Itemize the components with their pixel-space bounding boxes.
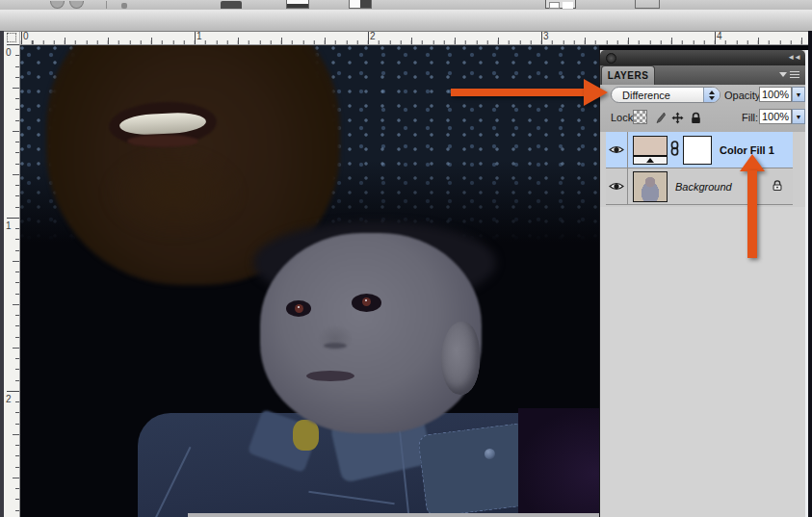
baby-left-eye	[286, 300, 311, 317]
lock-transparency-icon[interactable]	[633, 110, 647, 124]
blend-mode-value: Difference	[622, 90, 670, 101]
opacity-field[interactable]: 100%	[759, 87, 792, 102]
jacket-button	[485, 449, 495, 459]
annotation-arrow-head	[584, 79, 608, 106]
panel-tab-row: LAYERS	[600, 65, 805, 86]
layer-name: Background	[675, 181, 732, 193]
fill-field[interactable]: 100%	[759, 109, 792, 124]
blend-mode-stepper-icon[interactable]	[703, 88, 720, 102]
horizontal-ruler[interactable]: 0 1 2 3 4	[0, 31, 812, 45]
toolbar-fragment-icon	[69, 1, 84, 9]
layer-controls: Difference Opacity: 100% ▼ Lock: Fill:	[600, 85, 805, 133]
opacity-label: Opacity:	[724, 90, 763, 101]
ruler-number: 1	[6, 220, 12, 231]
layers-panel: ◄◄ LAYERS Difference Opacity: 100% ▼ Loc…	[599, 50, 808, 517]
toolbar-fragment-icon	[50, 1, 65, 9]
toolbar-fragment-icon	[545, 0, 576, 9]
baby-right-eye	[352, 294, 381, 312]
panel-menu-icon[interactable]	[779, 71, 799, 78]
window-right-edge	[808, 31, 812, 517]
visibility-toggle[interactable]	[606, 132, 628, 168]
baby-ear	[441, 322, 480, 395]
vertical-ruler[interactable]: 0 1 2	[4, 44, 20, 517]
color-fill-thumbnail[interactable]	[633, 136, 668, 165]
eye-icon	[609, 144, 624, 155]
lock-all-padlock-icon[interactable]	[690, 111, 702, 123]
eye-icon	[609, 181, 624, 192]
toolbar-separator	[106, 1, 107, 9]
mask-link-icon[interactable]	[670, 141, 679, 160]
collapse-panel-icon[interactable]: ◄◄	[787, 53, 800, 62]
baby-mouth	[306, 371, 354, 381]
layer-list: Color Fill 1 Background	[600, 132, 805, 208]
layer-locked-icon	[772, 178, 783, 195]
toolbar-fragment-icon	[221, 1, 242, 9]
ruler-number: 3	[543, 31, 549, 41]
blend-mode-dropdown[interactable]: Difference	[611, 87, 720, 103]
window-bottom-edge	[188, 513, 612, 517]
annotation-arrow-blend-mode	[451, 89, 585, 96]
toolbar-fragment-icon	[121, 3, 127, 9]
layer-row-background[interactable]: Background	[606, 168, 793, 205]
dropdown-arrow-icon: ▼	[796, 114, 802, 120]
panel-drag-bar[interactable]: ◄◄	[600, 50, 805, 66]
annotation-arrow-color-fill-layer	[747, 170, 757, 258]
panel-empty-area	[600, 207, 805, 517]
visibility-toggle[interactable]	[606, 168, 628, 204]
ruler-number: 0	[23, 31, 29, 41]
ruler-number: 2	[6, 394, 12, 404]
ruler-number: 1	[196, 31, 202, 41]
ruler-number: 0	[6, 47, 12, 58]
toolbar-fragment-icon	[286, 0, 309, 9]
opacity-dropdown-button[interactable]: ▼	[792, 87, 805, 102]
yellow-shirt	[293, 420, 319, 451]
ruler-number: 4	[717, 31, 722, 41]
layer-mask-thumbnail[interactable]	[683, 136, 712, 165]
annotation-arrow-head	[740, 154, 765, 171]
toolbar-fragment-icon	[349, 0, 372, 9]
dropdown-arrow-icon: ▼	[796, 91, 802, 98]
window-left-edge	[0, 31, 4, 517]
lock-position-move-icon[interactable]	[671, 111, 684, 123]
ruler-number: 2	[370, 31, 376, 41]
lock-pixels-brush-icon[interactable]	[653, 111, 666, 123]
fill-dropdown-button[interactable]: ▼	[792, 109, 805, 124]
background-layer-thumbnail[interactable]	[633, 171, 668, 202]
ruler-origin-box[interactable]	[4, 31, 20, 44]
fill-label: Fill:	[742, 112, 758, 123]
toolbar-fragment-icon	[635, 0, 660, 9]
tab-layers[interactable]: LAYERS	[601, 65, 655, 85]
document-window-titlebar[interactable]	[0, 10, 812, 32]
panel-close-dot[interactable]	[606, 53, 616, 64]
